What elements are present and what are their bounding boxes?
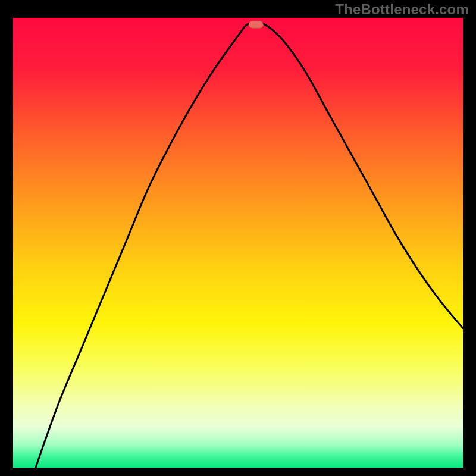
chart-container: TheBottleneck.com [0, 0, 476, 476]
watermark-text: TheBottleneck.com [335, 1, 469, 18]
optimal-marker [249, 21, 263, 28]
bottleneck-chart [13, 18, 463, 468]
plot-area [13, 18, 463, 468]
gradient-background [13, 18, 463, 468]
